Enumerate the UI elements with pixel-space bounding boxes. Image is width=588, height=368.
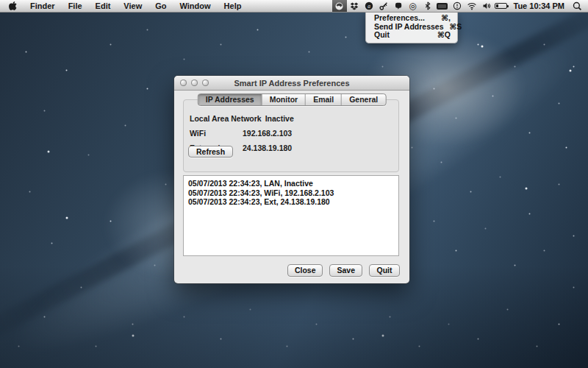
menu-item-window[interactable]: Window (173, 0, 218, 12)
log-textarea[interactable]: 05/07/2013 22:34:23, LAN, Inactive 05/07… (183, 175, 399, 256)
menu-bar-left: Finder File Edit View Go Window Help (0, 0, 248, 12)
network-value: 24.138.19.180 (243, 144, 292, 152)
menu-bar: Finder File Edit View Go Window Help (0, 0, 588, 13)
refresh-button[interactable]: Refresh (188, 146, 233, 158)
network-row-wifi: WiFi 192.168.2.103 (184, 126, 398, 141)
wifi-icon[interactable] (465, 0, 479, 12)
menu-item-shortcut: ⌘S (450, 23, 462, 32)
spotlight-icon[interactable] (570, 0, 584, 12)
menu-item-view[interactable]: View (117, 0, 148, 12)
close-button[interactable]: Close (287, 264, 323, 277)
smart-ip-menu-extra-icon[interactable] (332, 0, 347, 12)
status-menu-dropdown: Preferences... ⌘, Send IP Addresses ⌘S Q… (365, 13, 458, 43)
display-icon[interactable] (435, 0, 450, 12)
log-line: 05/07/2013 22:34:23, Ext, 24.138.19.180 (188, 197, 394, 207)
evernote-icon[interactable] (391, 0, 406, 12)
desktop: Finder File Edit View Go Window Help (0, 0, 588, 368)
menu-bar-clock[interactable]: Tue 10:34 PM (509, 1, 570, 10)
quit-button[interactable]: Quit (369, 264, 400, 277)
menu-item-edit[interactable]: Edit (89, 0, 118, 12)
apple-menu-icon[interactable] (7, 0, 24, 12)
menu-item-label: Preferences... (374, 14, 425, 23)
menu-item-shortcut: ⌘, (441, 14, 451, 23)
window-titlebar[interactable]: Smart IP Address Preferences (174, 76, 409, 91)
minimize-window-button[interactable] (191, 79, 198, 86)
record-circle-icon[interactable]: ◎ (406, 0, 420, 12)
tab-ip-addresses[interactable]: IP Addresses (198, 94, 262, 105)
menu-item-shortcut: ⌘Q (437, 31, 451, 40)
battery-icon[interactable] (494, 0, 509, 12)
svg-text:a: a (368, 3, 370, 10)
log-line: 05/07/2013 22:34:23, LAN, Inactive (188, 179, 394, 188)
menu-item-finder[interactable]: Finder (24, 0, 62, 12)
preferences-window: Smart IP Address Preferences IP Addresse… (174, 76, 409, 283)
menu-item-label: Quit (374, 31, 390, 40)
network-label: Local Area Network (190, 114, 265, 123)
menu-item-go[interactable]: Go (148, 0, 173, 12)
key-icon[interactable] (376, 0, 391, 12)
alert-clock-icon[interactable] (450, 0, 465, 12)
network-row-lan: Local Area Network Inactive (184, 111, 398, 126)
menu-item-help[interactable]: Help (218, 0, 248, 12)
network-value: Inactive (265, 114, 294, 123)
alfred-icon[interactable]: a (362, 0, 376, 12)
menu-item-quit[interactable]: Quit ⌘Q (366, 31, 457, 40)
action-button-row: Close Save Quit (287, 264, 400, 277)
menu-item-file[interactable]: File (62, 0, 89, 12)
network-label: WiFi (190, 129, 243, 138)
log-line: 05/07/2013 22:34:23, WiFi, 192.168.2.103 (188, 188, 394, 198)
network-value: 192.168.2.103 (243, 129, 292, 138)
bluetooth-icon[interactable] (420, 0, 435, 12)
ip-addresses-group-box: Local Area Network Inactive WiFi 192.168… (183, 99, 399, 172)
menu-bar-status-area: a ◎ (332, 0, 588, 12)
dropbox-icon[interactable] (347, 0, 362, 12)
tab-general[interactable]: General (341, 94, 385, 105)
menu-item-preferences[interactable]: Preferences... ⌘, (366, 14, 457, 23)
save-button[interactable]: Save (329, 264, 362, 277)
tab-email[interactable]: Email (305, 94, 341, 105)
zoom-window-button[interactable] (202, 79, 209, 86)
window-title: Smart IP Address Preferences (174, 76, 409, 91)
tab-monitor[interactable]: Monitor (262, 94, 306, 105)
tab-bar: IP Addresses Monitor Email General (198, 93, 387, 106)
close-window-button[interactable] (180, 79, 187, 86)
volume-icon[interactable] (479, 0, 494, 12)
